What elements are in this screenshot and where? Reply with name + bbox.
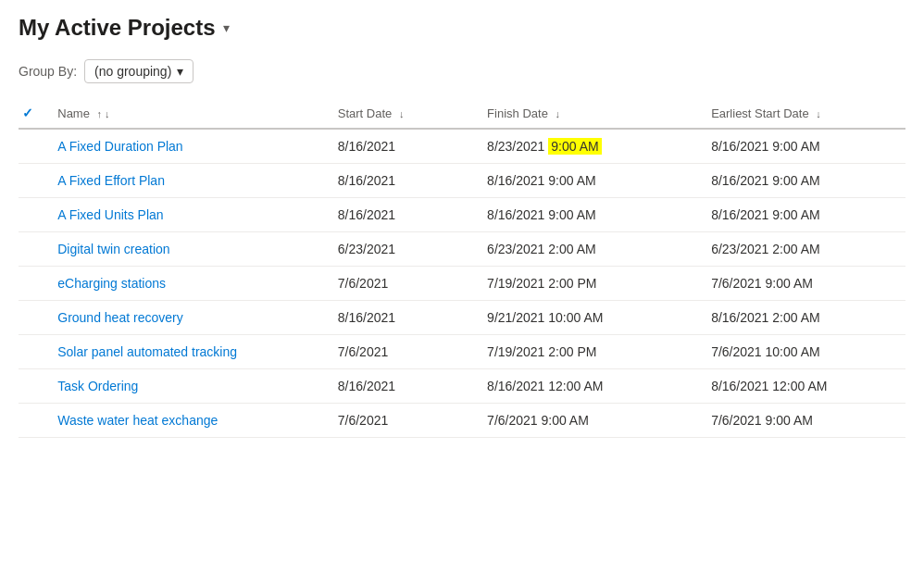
table-header-row: ✓ Name ↑ ↓ Start Date ↓ Finish Date ↓ Ea… bbox=[19, 98, 905, 129]
row-check-cell bbox=[19, 164, 46, 198]
row-start-cell: 6/23/2021 bbox=[327, 232, 476, 267]
row-name-cell[interactable]: Digital twin creation bbox=[46, 232, 327, 267]
finish-sort-icon[interactable]: ↓ bbox=[555, 108, 560, 119]
groupby-value: (no grouping) bbox=[94, 64, 171, 79]
row-name-cell[interactable]: Ground heat recovery bbox=[46, 301, 327, 335]
page-header: My Active Projects ▾ bbox=[19, 15, 905, 41]
row-start-cell: 8/16/2021 bbox=[327, 129, 476, 164]
table-body: A Fixed Duration Plan8/16/20218/23/2021 … bbox=[19, 129, 905, 438]
col-header-name[interactable]: Name ↑ ↓ bbox=[46, 98, 327, 129]
row-finish-cell: 8/23/2021 9:00 AM bbox=[476, 129, 700, 164]
table-row: Task Ordering8/16/20218/16/2021 12:00 AM… bbox=[19, 369, 905, 404]
row-check-cell bbox=[19, 301, 46, 335]
project-name-link[interactable]: Ground heat recovery bbox=[57, 310, 182, 325]
table-row: A Fixed Units Plan8/16/20218/16/2021 9:0… bbox=[19, 198, 905, 232]
row-earliest-cell: 6/23/2021 2:00 AM bbox=[700, 232, 905, 267]
row-check-cell bbox=[19, 404, 46, 438]
row-start-cell: 7/6/2021 bbox=[327, 335, 476, 369]
row-name-cell[interactable]: Solar panel automated tracking bbox=[46, 335, 327, 369]
table-row: A Fixed Effort Plan8/16/20218/16/2021 9:… bbox=[19, 164, 905, 198]
project-name-link[interactable]: Task Ordering bbox=[57, 379, 138, 393]
row-start-cell: 8/16/2021 bbox=[327, 369, 476, 404]
check-icon: ✓ bbox=[22, 106, 33, 120]
table-row: Ground heat recovery8/16/20219/21/2021 1… bbox=[19, 301, 905, 335]
groupby-select[interactable]: (no grouping) ▾ bbox=[84, 59, 194, 83]
row-earliest-cell: 7/6/2021 10:00 AM bbox=[700, 335, 905, 369]
earliest-sort-icon[interactable]: ↓ bbox=[816, 108, 821, 119]
row-finish-cell: 7/19/2021 2:00 PM bbox=[476, 335, 700, 369]
table-row: Waste water heat exchange7/6/20217/6/202… bbox=[19, 404, 905, 438]
projects-table: ✓ Name ↑ ↓ Start Date ↓ Finish Date ↓ Ea… bbox=[19, 98, 905, 438]
row-check-cell bbox=[19, 369, 46, 404]
row-finish-cell: 7/6/2021 9:00 AM bbox=[476, 404, 700, 438]
groupby-chevron-icon: ▾ bbox=[177, 64, 183, 79]
row-earliest-cell: 8/16/2021 9:00 AM bbox=[700, 164, 905, 198]
col-header-finish[interactable]: Finish Date ↓ bbox=[476, 98, 700, 129]
project-name-link[interactable]: Waste water heat exchange bbox=[57, 413, 218, 428]
project-name-link[interactable]: A Fixed Effort Plan bbox=[57, 173, 165, 188]
name-sort-icon[interactable]: ↑ ↓ bbox=[97, 108, 110, 119]
row-check-cell bbox=[19, 232, 46, 267]
row-earliest-cell: 7/6/2021 9:00 AM bbox=[700, 267, 905, 301]
row-finish-cell: 7/19/2021 2:00 PM bbox=[476, 267, 700, 301]
project-name-link[interactable]: A Fixed Duration Plan bbox=[57, 139, 182, 154]
row-check-cell bbox=[19, 335, 46, 369]
project-name-link[interactable]: Solar panel automated tracking bbox=[57, 344, 237, 359]
finish-date-text: 8/23/2021 bbox=[487, 139, 548, 154]
row-name-cell[interactable]: eCharging stations bbox=[46, 267, 327, 301]
row-start-cell: 7/6/2021 bbox=[327, 267, 476, 301]
row-name-cell[interactable]: A Fixed Effort Plan bbox=[46, 164, 327, 198]
title-chevron-icon[interactable]: ▾ bbox=[223, 20, 230, 35]
page-container: My Active Projects ▾ Group By: (no group… bbox=[0, 0, 924, 453]
row-earliest-cell: 8/16/2021 9:00 AM bbox=[700, 129, 905, 164]
row-finish-cell: 9/21/2021 10:00 AM bbox=[476, 301, 700, 335]
row-name-cell[interactable]: Waste water heat exchange bbox=[46, 404, 327, 438]
table-row: eCharging stations7/6/20217/19/2021 2:00… bbox=[19, 267, 905, 301]
row-earliest-cell: 8/16/2021 12:00 AM bbox=[700, 369, 905, 404]
row-finish-cell: 6/23/2021 2:00 AM bbox=[476, 232, 700, 267]
row-earliest-cell: 8/16/2021 9:00 AM bbox=[700, 198, 905, 232]
groupby-bar: Group By: (no grouping) ▾ bbox=[19, 59, 905, 83]
row-start-cell: 7/6/2021 bbox=[327, 404, 476, 438]
row-earliest-cell: 8/16/2021 2:00 AM bbox=[700, 301, 905, 335]
col-header-earliest[interactable]: Earliest Start Date ↓ bbox=[700, 98, 905, 129]
row-name-cell[interactable]: A Fixed Duration Plan bbox=[46, 129, 327, 164]
row-finish-cell: 8/16/2021 9:00 AM bbox=[476, 164, 700, 198]
row-name-cell[interactable]: A Fixed Units Plan bbox=[46, 198, 327, 232]
row-finish-cell: 8/16/2021 12:00 AM bbox=[476, 369, 700, 404]
table-row: A Fixed Duration Plan8/16/20218/23/2021 … bbox=[19, 129, 905, 164]
row-start-cell: 8/16/2021 bbox=[327, 301, 476, 335]
row-check-cell bbox=[19, 267, 46, 301]
row-name-cell[interactable]: Task Ordering bbox=[46, 369, 327, 404]
row-start-cell: 8/16/2021 bbox=[327, 164, 476, 198]
finish-time-highlight: 9:00 AM bbox=[548, 138, 601, 155]
start-sort-icon[interactable]: ↓ bbox=[399, 108, 405, 119]
project-name-link[interactable]: A Fixed Units Plan bbox=[57, 207, 163, 222]
col-header-start[interactable]: Start Date ↓ bbox=[327, 98, 476, 129]
project-name-link[interactable]: Digital twin creation bbox=[57, 242, 169, 256]
project-name-link[interactable]: eCharging stations bbox=[57, 276, 166, 291]
row-check-cell bbox=[19, 129, 46, 164]
row-earliest-cell: 7/6/2021 9:00 AM bbox=[700, 404, 905, 438]
row-start-cell: 8/16/2021 bbox=[327, 198, 476, 232]
table-row: Digital twin creation6/23/20216/23/2021 … bbox=[19, 232, 905, 267]
row-check-cell bbox=[19, 198, 46, 232]
row-finish-cell: 8/16/2021 9:00 AM bbox=[476, 198, 700, 232]
col-header-check: ✓ bbox=[19, 98, 46, 129]
page-title: My Active Projects bbox=[19, 15, 216, 41]
groupby-label: Group By: bbox=[19, 64, 77, 79]
table-row: Solar panel automated tracking7/6/20217/… bbox=[19, 335, 905, 369]
